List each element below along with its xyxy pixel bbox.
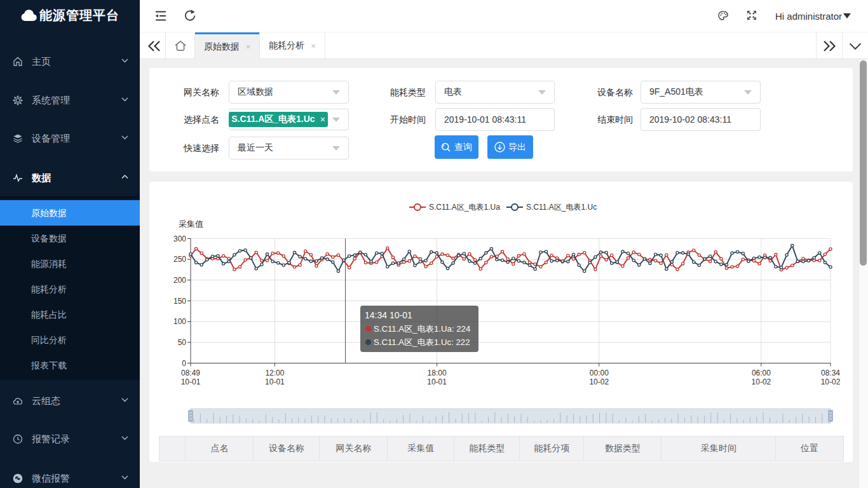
- svg-text:100: 100: [173, 317, 186, 326]
- svg-text:0: 0: [182, 359, 186, 368]
- svg-text:08:34: 08:34: [821, 369, 840, 377]
- svg-text:S.C11.A区_电表1.Ua: S.C11.A区_电表1.Ua: [429, 203, 500, 212]
- svg-text:200: 200: [173, 276, 186, 285]
- svg-text:S.C11.A区_电表1.Ua: 224: S.C11.A区_电表1.Ua: 224: [374, 324, 470, 334]
- svg-text:10-01: 10-01: [181, 377, 201, 386]
- svg-text:06:00: 06:00: [752, 369, 771, 377]
- svg-text:12:00: 12:00: [265, 369, 284, 377]
- svg-text:10-01: 10-01: [265, 377, 285, 386]
- svg-text:18:00: 18:00: [428, 369, 447, 377]
- svg-text:S.C11.A区_电表1.Uc: S.C11.A区_电表1.Uc: [526, 203, 597, 212]
- svg-text:300: 300: [173, 234, 186, 243]
- svg-text:10-02: 10-02: [821, 377, 841, 386]
- svg-text:08:49: 08:49: [181, 369, 200, 377]
- svg-text:采集值: 采集值: [179, 219, 203, 229]
- svg-text:10-01: 10-01: [427, 377, 447, 386]
- svg-text:10-02: 10-02: [589, 377, 609, 386]
- svg-text:10-02: 10-02: [752, 377, 771, 386]
- svg-text:00:00: 00:00: [590, 369, 609, 377]
- svg-text:250: 250: [173, 255, 186, 264]
- svg-text:50: 50: [178, 338, 187, 347]
- svg-text:S.C11.A区_电表1.Uc: 222: S.C11.A区_电表1.Uc: 222: [374, 337, 470, 347]
- svg-text:150: 150: [173, 297, 186, 306]
- svg-text:14:34 10-01: 14:34 10-01: [365, 310, 412, 320]
